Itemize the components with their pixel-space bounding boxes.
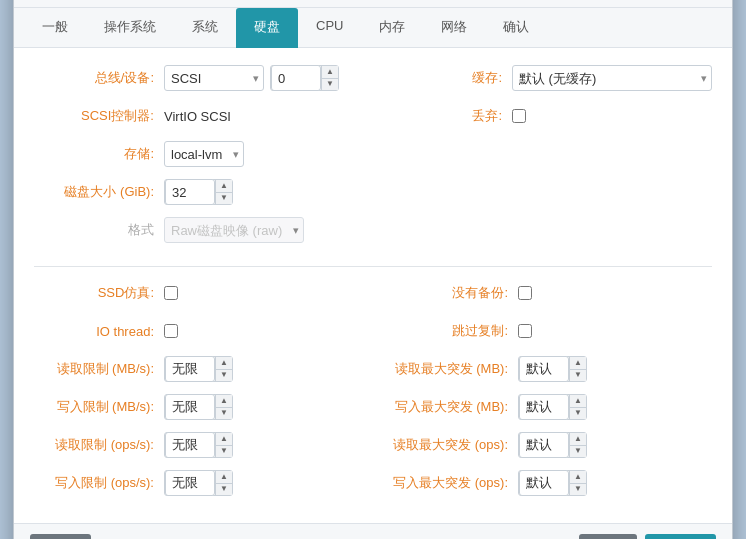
write-max-burst-mb-down[interactable]: ▼ [570, 408, 586, 420]
help-button[interactable]: ? 帮助 [30, 534, 91, 539]
write-max-burst-ops-up[interactable]: ▲ [570, 471, 586, 484]
ssd-checkbox[interactable] [164, 286, 178, 300]
format-select: Raw磁盘映像 (raw) [164, 217, 304, 243]
bus-num-input[interactable] [271, 65, 321, 91]
io-thread-row: IO thread: [34, 317, 358, 345]
read-limit-mb-input[interactable] [165, 356, 215, 382]
read-max-burst-mb-down[interactable]: ▼ [570, 370, 586, 382]
write-limit-mb-up[interactable]: ▲ [216, 395, 232, 408]
dialog-footer: ? 帮助 高级 返回 下一步 [14, 523, 732, 539]
discard-checkbox-wrap [512, 109, 526, 123]
io-thread-label: IO thread: [34, 324, 164, 339]
tab-confirm[interactable]: 确认 [485, 8, 547, 48]
read-max-burst-ops-up[interactable]: ▲ [570, 433, 586, 446]
read-max-burst-mb-spinner: ▲ ▼ [518, 356, 587, 382]
write-limit-ops-up[interactable]: ▲ [216, 471, 232, 484]
bus-num-down[interactable]: ▼ [322, 79, 338, 91]
no-backup-checkbox[interactable] [518, 286, 532, 300]
read-limit-ops-row: 读取限制 (ops/s): ▲ ▼ [34, 431, 358, 459]
disk-size-input[interactable] [165, 179, 215, 205]
write-limit-ops-input[interactable] [165, 470, 215, 496]
write-limit-mb-spinner: ▲ ▼ [164, 394, 233, 420]
bus-num-up[interactable]: ▲ [322, 66, 338, 79]
write-limit-mb-input[interactable] [165, 394, 215, 420]
next-button[interactable]: 下一步 [645, 534, 716, 539]
tab-bar: 一般 操作系统 系统 硬盘 CPU 内存 网络 确认 [14, 8, 732, 48]
tab-system[interactable]: 系统 [174, 8, 236, 48]
ssd-row: SSD仿真: [34, 279, 358, 307]
read-max-burst-mb-label: 读取最大突发 (MB): [388, 360, 518, 378]
read-limit-ops-label: 读取限制 (ops/s): [34, 436, 164, 454]
write-limit-ops-row: 写入限制 (ops/s): ▲ ▼ [34, 469, 358, 497]
storage-select-wrap: local-lvm [164, 141, 244, 167]
disk-size-arrows: ▲ ▼ [215, 180, 232, 204]
storage-label: 存储: [34, 145, 164, 163]
read-max-burst-mb-up[interactable]: ▲ [570, 357, 586, 370]
write-max-burst-ops-arrows: ▲ ▼ [569, 471, 586, 495]
discard-label: 丢弃: [382, 107, 512, 125]
skip-replicate-checkbox[interactable] [518, 324, 532, 338]
tab-disk[interactable]: 硬盘 [236, 8, 298, 48]
back-button[interactable]: 返回 [579, 534, 637, 539]
io-thread-checkbox[interactable] [164, 324, 178, 338]
write-max-burst-mb-up[interactable]: ▲ [570, 395, 586, 408]
read-limit-ops-input[interactable] [165, 432, 215, 458]
read-limit-mb-down[interactable]: ▼ [216, 370, 232, 382]
read-max-burst-mb-row: 读取最大突发 (MB): ▲ ▼ [388, 355, 712, 383]
read-max-burst-ops-spinner: ▲ ▼ [518, 432, 587, 458]
read-limit-ops-up[interactable]: ▲ [216, 433, 232, 446]
skip-replicate-label: 跳过复制: [388, 322, 518, 340]
write-limit-mb-arrows: ▲ ▼ [215, 395, 232, 419]
bus-select[interactable]: SCSI [164, 65, 264, 91]
write-limit-mb-row: 写入限制 (MB/s): ▲ ▼ [34, 393, 358, 421]
tab-cpu[interactable]: CPU [298, 8, 361, 48]
disk-size-down[interactable]: ▼ [216, 193, 232, 205]
scsi-controller-label: SCSI控制器: [34, 107, 164, 125]
bottom-right-column: 没有备份: 跳过复制: 读取最大突发 (MB): [388, 279, 712, 507]
dialog-title-bar: 创建: 虚拟机 × [14, 0, 732, 8]
read-max-burst-mb-input[interactable] [519, 356, 569, 382]
tab-network[interactable]: 网络 [423, 8, 485, 48]
write-max-burst-mb-input[interactable] [519, 394, 569, 420]
tab-general[interactable]: 一般 [24, 8, 86, 48]
read-limit-ops-arrows: ▲ ▼ [215, 433, 232, 457]
format-select-wrap: Raw磁盘映像 (raw) [164, 217, 304, 243]
cache-row: 缓存: 默认 (无缓存) [382, 64, 712, 92]
write-limit-ops-label: 写入限制 (ops/s): [34, 474, 164, 492]
read-limit-mb-up[interactable]: ▲ [216, 357, 232, 370]
scsi-controller-value: VirtIO SCSI [164, 109, 231, 124]
write-max-burst-mb-row: 写入最大突发 (MB): ▲ ▼ [388, 393, 712, 421]
cache-select[interactable]: 默认 (无缓存) [512, 65, 712, 91]
write-max-burst-ops-input[interactable] [519, 470, 569, 496]
disk-size-up[interactable]: ▲ [216, 180, 232, 193]
storage-row: 存储: local-lvm [34, 140, 352, 168]
read-max-burst-ops-down[interactable]: ▼ [570, 446, 586, 458]
bus-num-arrows: ▲ ▼ [321, 66, 338, 90]
read-max-burst-ops-row: 读取最大突发 (ops): ▲ ▼ [388, 431, 712, 459]
right-column: 缓存: 默认 (无缓存) 丢弃: [382, 64, 712, 254]
no-backup-checkbox-wrap [518, 286, 532, 300]
tab-os[interactable]: 操作系统 [86, 8, 174, 48]
bottom-left-column: SSD仿真: IO thread: 读取限制 (MB/s): [34, 279, 358, 507]
footer-left: ? 帮助 [30, 534, 91, 539]
write-max-burst-ops-down[interactable]: ▼ [570, 484, 586, 496]
write-max-burst-mb-spinner: ▲ ▼ [518, 394, 587, 420]
write-limit-ops-down[interactable]: ▼ [216, 484, 232, 496]
discard-row: 丢弃: [382, 102, 712, 130]
left-column: 总线/设备: SCSI ▲ ▼ [34, 64, 352, 254]
read-limit-ops-down[interactable]: ▼ [216, 446, 232, 458]
write-limit-ops-arrows: ▲ ▼ [215, 471, 232, 495]
tab-memory[interactable]: 内存 [361, 8, 423, 48]
read-max-burst-ops-arrows: ▲ ▼ [569, 433, 586, 457]
ssd-checkbox-wrap [164, 286, 178, 300]
disk-size-row: 磁盘大小 (GiB): ▲ ▼ [34, 178, 352, 206]
dialog-body: 总线/设备: SCSI ▲ ▼ [14, 48, 732, 523]
bus-select-wrap: SCSI [164, 65, 264, 91]
cache-select-wrap: 默认 (无缓存) [512, 65, 712, 91]
bus-device-row: 总线/设备: SCSI ▲ ▼ [34, 64, 352, 92]
write-limit-mb-down[interactable]: ▼ [216, 408, 232, 420]
read-max-burst-ops-input[interactable] [519, 432, 569, 458]
storage-select[interactable]: local-lvm [164, 141, 244, 167]
read-limit-mb-label: 读取限制 (MB/s): [34, 360, 164, 378]
discard-checkbox[interactable] [512, 109, 526, 123]
